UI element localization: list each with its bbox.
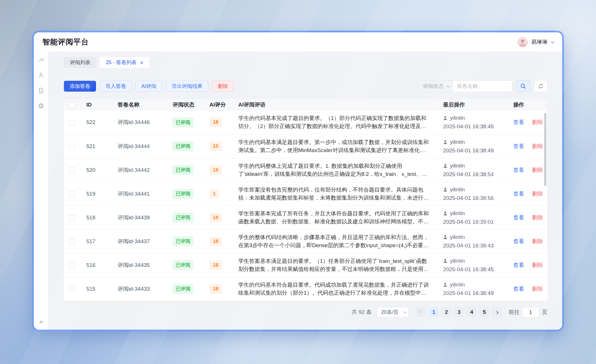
tab-bar: 评阅列表 25 - 答卷列表 × xyxy=(64,57,547,68)
filter-combo: 评阅状态 xyxy=(418,80,512,92)
delete-link[interactable]: 删除 xyxy=(532,119,543,125)
goto-page-input[interactable] xyxy=(522,307,539,317)
prev-page-button[interactable] xyxy=(416,307,426,317)
goto-label: 前往 xyxy=(509,308,519,316)
row-id: 518 xyxy=(80,206,110,229)
row-time: 2025-04-01 16:38:45 xyxy=(443,123,506,130)
refresh-button[interactable] xyxy=(534,80,547,92)
row-checkbox[interactable] xyxy=(69,286,75,292)
status-select-placeholder: 评阅状态 xyxy=(423,83,444,90)
page-button[interactable]: 4 xyxy=(467,307,477,317)
total-count: 共 92 条 xyxy=(352,308,372,316)
app-header: 智能评阅平台 易琳琳 xyxy=(34,32,562,52)
delete-link[interactable]: 删除 xyxy=(532,262,543,268)
row-id: 515 xyxy=(80,277,110,301)
page-button[interactable]: 1 xyxy=(429,307,439,317)
header-name: 答卷名称 xyxy=(110,99,169,111)
chevron-down-icon xyxy=(403,310,407,313)
table-row: 517 评阅id-34437 已评阅 18 学生的整体代码结构清晰，步骤基本正确… xyxy=(64,229,547,253)
table-body: 522 评阅id-34446 已评阅 18 学生的代码基本完成了题目的要求。（1… xyxy=(64,111,547,301)
row-id: 516 xyxy=(80,253,110,277)
export-results-button[interactable]: 导出评阅结果 xyxy=(166,81,208,92)
row-id: 521 xyxy=(80,134,110,158)
delete-button[interactable]: 删除 xyxy=(212,81,234,92)
row-operator: yilinlin xyxy=(450,258,465,264)
tab-review-list[interactable]: 评阅列表 xyxy=(64,57,97,68)
import-answer-button[interactable]: 导入答卷 xyxy=(100,81,132,92)
delete-link[interactable]: 删除 xyxy=(532,167,543,173)
page-size-select[interactable]: 20条/页 xyxy=(377,307,409,317)
score-badge: 18 xyxy=(209,237,222,246)
status-badge: 已评阅 xyxy=(172,213,193,223)
view-link[interactable]: 查看 xyxy=(513,191,524,197)
row-comment: 学生的代码基本完成了题目的要求。（1）部分代码正确实现了数据集的加载和切分。（2… xyxy=(238,114,430,130)
row-comment: 学生的整体代码结构清晰，步骤基本正确，并且适用了正确的库和方法。然而，在第3步中… xyxy=(238,233,430,249)
delete-link[interactable]: 删除 xyxy=(532,286,543,292)
close-icon[interactable]: × xyxy=(140,60,143,65)
view-link[interactable]: 查看 xyxy=(513,215,524,221)
row-checkbox[interactable] xyxy=(69,168,75,173)
row-operator: yilinlin xyxy=(450,282,465,288)
sidebar-item-users[interactable] xyxy=(38,72,44,78)
ai-review-button[interactable]: AI评阅 xyxy=(136,81,162,92)
page-button[interactable]: 5 xyxy=(479,307,489,317)
row-name: 评阅id-34446 xyxy=(110,111,169,134)
view-link[interactable]: 查看 xyxy=(513,286,524,292)
goto-unit: 页 xyxy=(542,308,547,316)
tab-answer-list[interactable]: 25 - 答卷列表 × xyxy=(100,57,149,68)
next-page-button[interactable] xyxy=(492,307,502,317)
person-icon xyxy=(443,282,448,287)
row-checkbox[interactable] xyxy=(69,120,75,125)
row-name: 评阅id-34435 xyxy=(110,253,169,277)
header-action: 操作 xyxy=(506,99,547,111)
row-checkbox[interactable] xyxy=(69,239,75,244)
add-answer-button[interactable]: 添加答卷 xyxy=(64,81,96,92)
search-button[interactable] xyxy=(516,80,530,92)
row-name: 评阅id-34442 xyxy=(110,158,169,182)
table-row: 522 评阅id-34446 已评阅 18 学生的代码基本完成了题目的要求。（1… xyxy=(64,111,547,134)
filter-area: 评阅状态 xyxy=(418,80,547,92)
collapse-sidebar-icon[interactable]: » xyxy=(34,318,48,326)
tab-label: 25 - 答卷列表 xyxy=(106,59,137,66)
app-window: 智能评阅平台 易琳琳 ⚙ xyxy=(34,32,562,330)
delete-link[interactable]: 删除 xyxy=(532,143,543,149)
sidebar-item-review-list[interactable] xyxy=(38,56,44,63)
person-icon xyxy=(443,164,448,168)
row-time: 2025-04-01 16:38:45 xyxy=(443,266,506,273)
row-comment: 学生答案没有包含完整的代码，仅有部分结构，不符合题目要求。具体问题包括：未加载鸢… xyxy=(238,186,430,202)
delete-link[interactable]: 删除 xyxy=(532,215,543,221)
row-name: 评阅id-34439 xyxy=(110,206,169,229)
sidebar-item-papers[interactable] xyxy=(38,87,44,94)
scrollbar[interactable] xyxy=(544,113,546,186)
row-checkbox[interactable] xyxy=(69,144,75,149)
page-button[interactable]: 2 xyxy=(442,307,451,317)
review-status-select[interactable]: 评阅状态 xyxy=(419,81,453,92)
settings-gear-icon: ⚙ xyxy=(38,103,44,109)
status-badge: 已评阅 xyxy=(172,165,193,175)
view-link[interactable]: 查看 xyxy=(513,119,524,125)
sidebar: ⚙ » xyxy=(34,52,48,330)
row-checkbox[interactable] xyxy=(69,215,75,221)
sidebar-item-settings[interactable]: ⚙ xyxy=(38,103,44,109)
page-button[interactable]: 3 xyxy=(454,307,464,317)
row-checkbox[interactable] xyxy=(69,191,75,197)
view-link[interactable]: 查看 xyxy=(513,262,524,268)
score-badge: 15 xyxy=(209,142,222,151)
chevron-down-icon xyxy=(551,40,555,44)
user-menu[interactable]: 易琳琳 xyxy=(517,37,554,47)
table-row: 521 评阅id-34444 已评阅 15 学生的代码基本满足题目要求。第一步中… xyxy=(64,134,547,158)
header-status: 评阅状态 xyxy=(169,99,206,111)
person-icon xyxy=(443,116,448,120)
toolbar: 添加答卷 导入答卷 AI评阅 导出评阅结果 删除 评阅状态 xyxy=(64,80,547,92)
delete-link[interactable]: 删除 xyxy=(532,191,543,197)
select-all-checkbox[interactable] xyxy=(69,102,75,108)
view-link[interactable]: 查看 xyxy=(513,167,524,173)
answer-name-input[interactable] xyxy=(453,81,512,92)
row-id: 519 xyxy=(80,182,110,206)
search-icon xyxy=(520,83,526,89)
row-time: 2025-04-01 16:38:54 xyxy=(443,171,506,178)
delete-link[interactable]: 删除 xyxy=(532,238,543,244)
row-checkbox[interactable] xyxy=(69,263,75,268)
view-link[interactable]: 查看 xyxy=(513,238,524,244)
view-link[interactable]: 查看 xyxy=(513,143,524,149)
